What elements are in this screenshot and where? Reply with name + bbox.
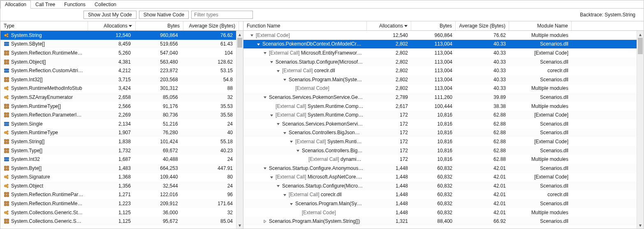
type-row[interactable]: System.Object1,35632,54424 xyxy=(0,181,236,190)
backtrace-row[interactable]: Scenarios.Startup.Configure(Microsoft.As… xyxy=(243,181,637,190)
expander-icon[interactable] xyxy=(295,148,300,153)
col-bytes[interactable]: Bytes xyxy=(411,21,456,30)
type-row[interactable]: System.Reflection.CustomAttrib…4,212223,… xyxy=(0,66,236,75)
type-row[interactable]: System.Reflection.RuntimeMet…5,260547,04… xyxy=(0,48,236,57)
backtrace-row[interactable]: Scenarios.Services.PokemonService.GetPok… xyxy=(243,93,637,102)
backtrace-row[interactable]: Scenarios.Controllers.BigJsonOutputC…172… xyxy=(243,128,637,137)
backtrace-row[interactable]: Scenarios.Program.Main(System.String[])1… xyxy=(243,217,637,226)
show-native-code-button[interactable]: Show Native Code xyxy=(139,11,189,19)
expander-icon[interactable] xyxy=(289,201,294,206)
function-name: Scenarios.Services.PokemonService.GetPok… xyxy=(269,94,364,100)
expander-icon[interactable] xyxy=(262,95,267,100)
backtrace-row[interactable]: [External Call] coreclr.dll2,802113,0044… xyxy=(243,66,637,75)
col-function-name[interactable]: Function Name xyxy=(243,21,367,30)
bytes-cell: 60,832 xyxy=(411,165,456,171)
type-row[interactable]: System.Byte[]1,483664,253447.91 xyxy=(0,164,236,173)
scroll-up-icon[interactable]: ▴ xyxy=(637,31,644,38)
type-row[interactable]: System.Collections.Generic.Sort…1,12595,… xyxy=(0,217,236,226)
module-icon xyxy=(4,139,9,144)
expander-icon[interactable] xyxy=(262,166,267,171)
backtrace-row[interactable]: [External Call] System.Runtime.CompilerS… xyxy=(243,102,637,111)
type-row[interactable]: System.Int32[]3,715203,56854.8 xyxy=(0,75,236,84)
backtrace-row[interactable]: Scenarios.Program.Main(System.Stri…2,802… xyxy=(243,75,637,84)
type-row[interactable]: System.SByte[]8,459519,65661.43 xyxy=(0,40,236,49)
expander-icon[interactable] xyxy=(269,60,274,64)
expander-icon[interactable] xyxy=(302,157,307,162)
backtrace-row[interactable]: [External Code]2,802113,00440.33Multiple… xyxy=(243,84,637,93)
expander-icon[interactable] xyxy=(269,104,274,109)
scroll-up-icon[interactable]: ▴ xyxy=(236,31,243,38)
type-row[interactable]: System.String[]1,838101,42455.18 xyxy=(0,137,236,146)
type-row[interactable]: System.RuntimeMethodInfoStub3,424301,312… xyxy=(0,84,236,93)
expander-icon[interactable] xyxy=(249,33,254,38)
expander-icon[interactable] xyxy=(295,210,300,215)
backtrace-row[interactable]: [External Call] System.Runtime.Com…17210… xyxy=(243,137,637,146)
svg-rect-41 xyxy=(7,142,9,144)
type-row[interactable]: System.RuntimeType[]2,56691,17635.53 xyxy=(0,102,236,111)
backtrace-row[interactable]: [External Call] Microsoft.EntityFramewor… xyxy=(243,48,637,57)
backtrace-row[interactable]: [External Code]1,44860,83242.01Multiple … xyxy=(243,208,637,217)
backtrace-row[interactable]: [External Call] dynamicClass.lam…17210,8… xyxy=(243,155,637,164)
avg-size-cell: 61.43 xyxy=(181,41,236,47)
type-row[interactable]: System.RuntimeType1,90776,28040 xyxy=(0,128,236,137)
backtrace-row[interactable]: [External Call] Microsoft.AspNetCore.Bui… xyxy=(243,173,637,182)
col-bytes[interactable]: Bytes xyxy=(136,21,183,30)
scroll-down-icon[interactable]: ▾ xyxy=(236,222,243,229)
type-row[interactable]: System.Reflection.RuntimeMet…1,223209,91… xyxy=(0,199,236,208)
type-row[interactable]: System.Collections.Generic.Stac…1,12536,… xyxy=(0,208,236,217)
expander-icon[interactable] xyxy=(262,219,267,224)
types-body[interactable]: System.String12,540960,86476.62System.SB… xyxy=(0,31,243,229)
scrollbar[interactable]: ▴ ▾ xyxy=(236,31,243,229)
backtrace-row[interactable]: [External Call] coreclr.dll1,44860,83242… xyxy=(243,190,637,199)
col-allocations[interactable]: Allocations xyxy=(367,21,411,30)
col-module-name[interactable]: Module Name xyxy=(509,21,572,30)
backtrace-row[interactable]: [External Code]12,540960,86476.62Multipl… xyxy=(243,31,637,40)
col-avg-size[interactable]: Average Size (Bytes) xyxy=(456,21,509,30)
expander-icon[interactable] xyxy=(282,130,287,135)
tab-allocation[interactable]: Allocation xyxy=(0,0,31,9)
col-allocations[interactable]: Allocations xyxy=(88,21,136,30)
expander-icon[interactable] xyxy=(269,174,274,179)
scrollbar[interactable]: ▴ ▾ xyxy=(637,31,644,229)
avg-size-cell: 66.92 xyxy=(456,218,509,224)
scroll-down-icon[interactable]: ▾ xyxy=(637,222,644,229)
expander-icon[interactable] xyxy=(276,183,280,188)
filter-types-input[interactable] xyxy=(191,11,253,19)
tab-call-tree[interactable]: Call Tree xyxy=(31,0,60,9)
col-type[interactable]: Type xyxy=(0,21,88,30)
backtrace-body[interactable]: [External Code]12,540960,86476.62Multipl… xyxy=(243,31,644,229)
expander-icon[interactable] xyxy=(276,121,280,126)
expander-icon[interactable] xyxy=(262,50,267,55)
type-row[interactable]: System.Reflection.RuntimePara…1,271122,0… xyxy=(0,190,236,199)
type-row[interactable]: System.String12,540960,86476.62 xyxy=(0,31,236,40)
svg-point-23 xyxy=(7,95,8,97)
expander-icon[interactable] xyxy=(256,41,261,46)
backtrace-row[interactable]: Scenarios.Startup.Configure.AnonymousMet… xyxy=(243,164,637,173)
type-row[interactable]: System.SZArrayEnumerator2,65885,05632 xyxy=(0,93,236,102)
backtrace-row[interactable]: [External Call] System.Runtime.CompilerS… xyxy=(243,110,637,119)
type-row[interactable]: System.Signature1,368109,44080 xyxy=(0,173,236,182)
backtrace-row[interactable]: Scenarios.Startup.Configure(Microsoft.As… xyxy=(243,57,637,66)
expander-icon[interactable] xyxy=(289,139,294,144)
expander-icon[interactable] xyxy=(276,68,280,73)
col-avg-size[interactable]: Average Size (Bytes) xyxy=(183,21,239,30)
backtrace-row[interactable]: Scenarios.Services.PokemonService.GetP…1… xyxy=(243,119,637,128)
allocations-cell: 172 xyxy=(367,139,411,144)
type-row[interactable]: System.Int321,68740,48824 xyxy=(0,155,236,164)
type-row[interactable]: System.Single2,13451,21624 xyxy=(0,119,236,128)
type-row[interactable]: System.Object[]4,381563,480128.62 xyxy=(0,57,236,66)
type-row[interactable]: System.Type[]1,73269,67240.23 xyxy=(0,146,236,155)
backtrace-row[interactable]: Scenarios.PokemonDbContext.OnModelCreat…… xyxy=(243,40,637,49)
expander-icon[interactable] xyxy=(282,77,287,82)
expander-icon[interactable] xyxy=(289,86,294,91)
tab-functions[interactable]: Functions xyxy=(60,0,90,9)
expander-icon[interactable] xyxy=(282,192,287,197)
show-my-code-button[interactable]: Show Just My Code xyxy=(83,11,137,19)
backtrace-row[interactable]: Scenarios.Controllers.BigJsonOutp…17210,… xyxy=(243,146,637,155)
backtrace-row[interactable]: Scenarios.Program.Main(System.Stri…1,448… xyxy=(243,199,637,208)
type-row[interactable]: System.Reflection.ParameterInf…2,26980,7… xyxy=(0,110,236,119)
expander-icon[interactable] xyxy=(269,112,274,117)
avg-size-cell: 40.33 xyxy=(456,50,509,56)
tab-collection[interactable]: Collection xyxy=(90,0,121,9)
bytes-cell: 36,000 xyxy=(134,210,181,215)
